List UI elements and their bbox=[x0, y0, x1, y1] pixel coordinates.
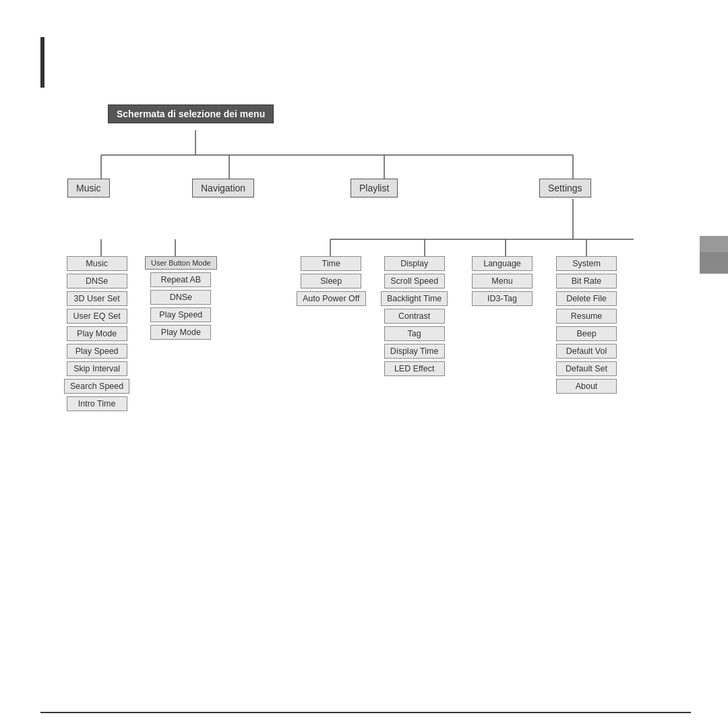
col-language: Language Menu ID3-Tag bbox=[472, 256, 533, 306]
sidebar-top-label bbox=[700, 236, 728, 252]
sidebar-bottom-label bbox=[700, 252, 728, 274]
bottom-line bbox=[40, 712, 691, 713]
l2-playlist: Playlist bbox=[351, 179, 398, 198]
l2-navigation: Navigation bbox=[192, 179, 254, 198]
root-label: Schermata di selezione dei menu bbox=[108, 104, 274, 123]
root-box: Schermata di selezione dei menu bbox=[108, 104, 274, 123]
col-music: Music DNSe 3D User Set User EQ Set Play … bbox=[64, 256, 129, 411]
l2-settings: Settings bbox=[539, 179, 591, 198]
l2-music: Music bbox=[67, 179, 110, 198]
col-display: Display Scroll Speed Backlight Time Cont… bbox=[381, 256, 448, 376]
right-sidebar bbox=[700, 236, 728, 274]
accent-bar bbox=[40, 37, 44, 88]
col-time: Time Sleep Auto Power Off bbox=[297, 256, 366, 306]
col-system: System Bit Rate Delete File Resume Beep … bbox=[556, 256, 617, 394]
col-navigation: User Button Mode Repeat AB DNSe Play Spe… bbox=[145, 256, 217, 340]
